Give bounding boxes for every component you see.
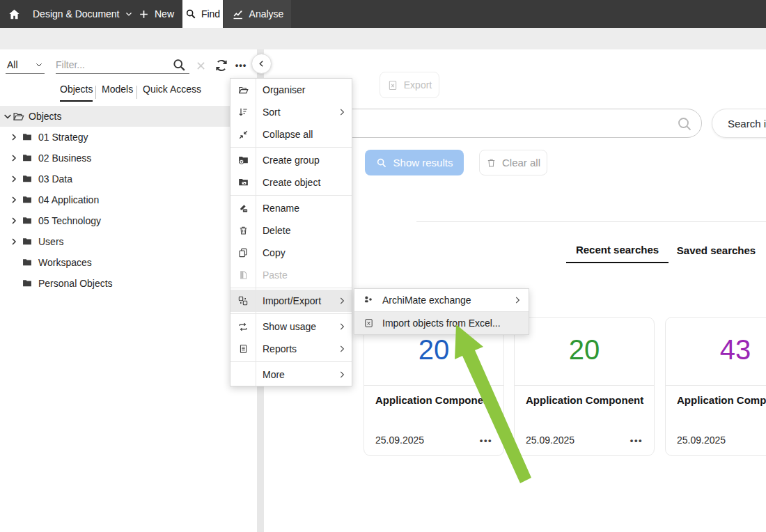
tree-label: Workspaces (38, 257, 92, 268)
show-results-button[interactable]: Show results (365, 150, 464, 175)
tree-root-objects[interactable]: Objects (0, 106, 256, 127)
submenu-arrow-icon (337, 370, 347, 380)
folder-icon (22, 236, 33, 247)
search-icon[interactable] (676, 116, 693, 132)
tree-item-03-data[interactable]: 03 Data (0, 169, 256, 189)
menu-item-organiser[interactable]: Organiser (230, 79, 352, 101)
search-icon (185, 8, 196, 19)
tree-label: 03 Data (38, 173, 72, 185)
result-count: 20 (364, 334, 503, 366)
menu-item-paste: Paste (230, 264, 352, 286)
tree-item-04-application[interactable]: 04 Application (0, 189, 256, 210)
refresh-icon[interactable] (212, 56, 230, 74)
tab-recent-searches[interactable]: Recent searches (566, 237, 669, 263)
tab-saved-searches[interactable]: Saved searches (673, 237, 760, 263)
menu-item-more[interactable]: More (230, 363, 352, 386)
tab-analyse[interactable]: Analyse (224, 0, 291, 28)
clear-all-button[interactable]: Clear all (479, 150, 547, 175)
archimate-icon (354, 295, 382, 306)
tree-item-01-strategy[interactable]: 01 Strategy (0, 127, 256, 148)
search-in-button[interactable]: Search in... (712, 109, 766, 138)
caret-down-icon[interactable] (3, 111, 13, 121)
tree-item-workspaces[interactable]: Workspaces (0, 252, 256, 273)
scope-value: All (7, 59, 18, 70)
collapse-panel-button[interactable] (251, 54, 272, 74)
collapse-all-icon (230, 130, 256, 140)
show-usage-icon (230, 322, 256, 332)
folder-icon (22, 215, 33, 226)
tab-objects[interactable]: Objects (60, 84, 93, 102)
card-menu-icon[interactable]: ••• (480, 435, 492, 446)
chevron-right-icon[interactable] (10, 154, 18, 162)
card-menu-icon[interactable]: ••• (630, 435, 643, 446)
chevron-right-icon[interactable] (10, 175, 18, 183)
menu-item-rename[interactable]: Rename (230, 197, 352, 219)
export-button[interactable]: Export (380, 72, 439, 98)
more-options-icon[interactable]: ••• (232, 56, 250, 74)
filter-search-icon[interactable] (170, 56, 188, 74)
object-type-label: Application Component (375, 394, 493, 406)
folder-icon (22, 152, 33, 164)
menu-item-label: Copy (263, 247, 352, 258)
clear-all-label: Clear all (502, 157, 540, 169)
menu-item-copy[interactable]: Copy (230, 242, 352, 264)
section-divider (416, 221, 766, 222)
submenu-item-import-from-excel[interactable]: Import objects from Excel... (354, 312, 529, 334)
tab-find[interactable]: Find (182, 0, 223, 28)
menu-item-label: Show usage (263, 321, 337, 332)
menu-item-import-export[interactable]: Import/Export (230, 290, 352, 312)
sort-icon (230, 107, 256, 118)
menu-item-create-group[interactable]: Create group (230, 149, 352, 171)
object-type-label: Application Component (677, 394, 766, 406)
top-nav: Design & Document New Find Analyse (0, 0, 766, 28)
chevron-right-icon[interactable] (10, 133, 18, 141)
show-results-label: Show results (393, 157, 453, 169)
chevron-down-icon (35, 61, 43, 69)
tree-item-05-technology[interactable]: 05 Technology (0, 210, 256, 231)
menu-item-label: Rename (263, 203, 352, 214)
menu-item-reports[interactable]: Reports (230, 338, 352, 360)
menu-item-show-usage[interactable]: Show usage (230, 315, 352, 338)
tree-item-02-business[interactable]: 02 Business (0, 148, 256, 169)
search-card[interactable]: 43 Application Component 25.09.2025 ••• (665, 317, 766, 456)
rename-icon (230, 203, 256, 214)
folder-open-icon (12, 111, 25, 123)
new-label: New (155, 8, 174, 19)
design-document-label: Design & Document (33, 8, 120, 19)
result-count: 20 (515, 334, 654, 366)
tree-item-personal-objects[interactable]: Personal Objects (0, 273, 256, 294)
tree-label: Objects (29, 111, 61, 122)
filter-clear-icon[interactable] (192, 57, 209, 74)
menu-item-label: Paste (263, 269, 352, 281)
trash-icon (486, 157, 497, 169)
tree-item-users[interactable]: Users (0, 231, 256, 252)
chevron-right-icon[interactable] (10, 196, 18, 204)
submenu-item-archimate-exchange[interactable]: ArchiMate exchange (354, 289, 529, 311)
object-type-label: Application Component (526, 394, 643, 406)
scope-select[interactable]: All (6, 56, 45, 74)
result-count: 43 (666, 334, 766, 366)
card-divider (515, 385, 654, 386)
home-icon[interactable] (7, 0, 22, 28)
tab-separator (136, 86, 137, 99)
analyse-chart-icon (231, 8, 244, 20)
tab-quick-access[interactable]: Quick Access (143, 84, 201, 102)
search-input[interactable] (299, 109, 702, 138)
new-button[interactable]: New (138, 0, 174, 28)
design-document-menu[interactable]: Design & Document (33, 0, 133, 28)
menu-item-delete[interactable]: Delete (230, 219, 352, 242)
tab-models[interactable]: Models (102, 84, 133, 102)
tree-label: 02 Business (38, 152, 91, 164)
report-icon (230, 343, 256, 354)
search-card[interactable]: 20 Application Component 25.09.2025 ••• (514, 317, 655, 456)
folder-icon (22, 257, 33, 268)
plus-icon (138, 8, 150, 20)
search-in-label: Search in... (728, 118, 766, 130)
search-date: 25.09.2025 (677, 435, 726, 446)
menu-item-collapse-all[interactable]: Collapse all (230, 123, 352, 146)
menu-item-sort[interactable]: Sort (230, 101, 352, 123)
menu-item-create-object[interactable]: Create object (230, 171, 352, 194)
search-card[interactable]: 20 Application Component 25.09.2025 ••• (364, 317, 504, 456)
chevron-right-icon[interactable] (10, 237, 18, 246)
chevron-right-icon[interactable] (10, 217, 18, 225)
